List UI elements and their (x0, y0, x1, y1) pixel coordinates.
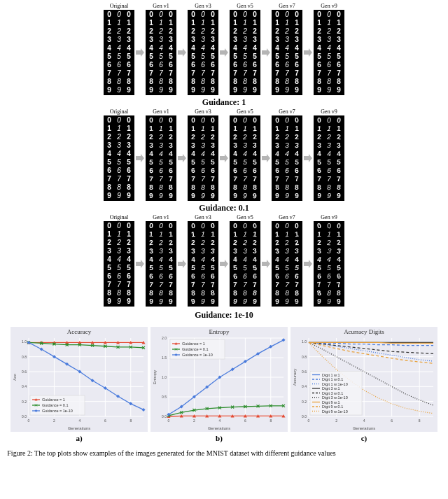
digit-cell: 4 (156, 150, 166, 158)
column-label: Gen v3 (195, 214, 211, 220)
digit-cell: 6 (114, 167, 124, 175)
digit-cell: 1 (272, 125, 282, 133)
digit-cell: 9 (208, 192, 218, 200)
digit-cell: 3 (124, 141, 134, 150)
digit-cell: 0 (208, 10, 218, 19)
svg-text:6: 6 (391, 419, 393, 423)
digit-cell: 2 (156, 133, 166, 141)
digit-cell: 3 (291, 141, 302, 150)
digit-cell: 8 (314, 78, 324, 86)
digit-cell: 4 (292, 255, 302, 264)
digit-cell: 7 (198, 175, 208, 183)
svg-text:2: 2 (335, 419, 337, 423)
digit-cell: 0 (272, 116, 283, 125)
digit-cell: 0 (250, 10, 260, 19)
digit-cell: 6 (124, 272, 134, 281)
digit-cell: 9 (188, 297, 198, 307)
column-label: Original (110, 3, 129, 9)
digit-cell: 3 (114, 36, 124, 44)
digit-cell: 4 (324, 150, 335, 159)
digit-cell: 2 (188, 239, 198, 247)
digit-cell: 7 (208, 281, 218, 290)
digit-cell: 5 (240, 52, 250, 61)
digit-cell: 4 (114, 150, 124, 158)
digit-cell: 0 (104, 116, 114, 125)
digit-cell: 6 (240, 61, 250, 69)
digit-cell: 9 (292, 192, 302, 200)
digit-cell: 8 (146, 183, 156, 192)
digit-cell: 0 (146, 10, 156, 19)
digit-cell: 6 (166, 61, 176, 69)
digit-cell: 8 (272, 183, 283, 192)
digit-cell: 8 (166, 183, 176, 192)
digit-cell: 0 (334, 222, 344, 231)
digit-cell: 4 (272, 44, 282, 52)
column-label: Gen v5 (237, 214, 253, 220)
digit-cell: 4 (104, 150, 114, 158)
digit-cell: 5 (156, 264, 166, 272)
digit-cell: 3 (188, 247, 198, 255)
digit-cell: 4 (198, 44, 208, 52)
digit-cell: 4 (334, 44, 344, 52)
digit-cell: 0 (282, 116, 293, 125)
digit-cell: 1 (240, 125, 250, 134)
svg-text:1.0: 1.0 (22, 339, 27, 344)
svg-text:Digit 9 w:1: Digit 9 w:1 (322, 400, 340, 405)
svg-text:Digit 1 w:1: Digit 1 w:1 (322, 373, 340, 377)
digit-cell: 3 (250, 141, 260, 150)
digit-cell: 9 (324, 192, 335, 201)
arrow-icon (219, 259, 229, 269)
digit-cell: 7 (166, 175, 176, 183)
digit-cell: 4 (188, 44, 198, 52)
digit-cell: 9 (198, 297, 208, 306)
svg-text:0.0: 0.0 (162, 414, 167, 419)
digit-cell: 3 (156, 36, 166, 44)
digit-cell: 3 (334, 141, 344, 150)
svg-text:Guidance = 1e-10: Guidance = 1e-10 (182, 353, 213, 357)
digit-cell: 3 (156, 141, 166, 150)
digit-cell: 3 (114, 247, 124, 255)
digit-cell: 5 (124, 158, 134, 167)
column-label: Gen v3 (195, 108, 211, 115)
digit-cell: 3 (272, 247, 283, 256)
digit-cell: 4 (124, 255, 134, 264)
svg-text:Guidance = 1: Guidance = 1 (182, 342, 205, 346)
digit-cell: 0 (188, 10, 198, 19)
digit-cell: 1 (124, 125, 134, 133)
arrow-icon (261, 259, 271, 269)
digit-cell: 7 (146, 175, 156, 184)
digit-cell: 9 (156, 192, 167, 200)
digit-cell: 8 (324, 78, 334, 86)
digit-cell: 5 (230, 52, 240, 61)
digit-cell: 2 (324, 239, 335, 247)
arrow-icon (177, 259, 187, 269)
digit-cell: 0 (198, 116, 208, 125)
arrow-icon (303, 259, 313, 269)
digit-cell: 8 (250, 183, 260, 192)
digit-cell: 9 (208, 86, 218, 94)
digit-grid: 000111222333444555666777888999 (104, 115, 134, 201)
digit-cell: 8 (104, 78, 114, 86)
digit-cell: 2 (282, 133, 292, 141)
digit-cell: 6 (166, 167, 176, 176)
digit-cell: 1 (292, 19, 302, 27)
digit-cell: 5 (104, 264, 114, 272)
digit-cell: 8 (124, 78, 134, 86)
digit-cell: 2 (104, 239, 114, 247)
digit-column: Gen v5000111222333444555666777888999 (230, 3, 260, 95)
digit-cell: 0 (146, 222, 157, 231)
digit-cell: 9 (324, 86, 334, 94)
digit-cell: 4 (230, 44, 240, 52)
digit-cell: 2 (324, 27, 334, 36)
digit-cell: 8 (114, 78, 124, 86)
digit-cell: 3 (198, 36, 208, 44)
digit-cell: 5 (124, 264, 134, 272)
digit-cell: 3 (282, 36, 292, 44)
digit-cell: 1 (114, 125, 124, 133)
digit-cell: 9 (114, 297, 124, 306)
digit-cell: 1 (156, 230, 166, 239)
digit-cell: 7 (240, 281, 250, 289)
digit-grid: 000111222333444555666777888999 (146, 115, 176, 201)
digit-cell: 3 (198, 247, 208, 255)
digit-cell: 9 (334, 297, 344, 306)
